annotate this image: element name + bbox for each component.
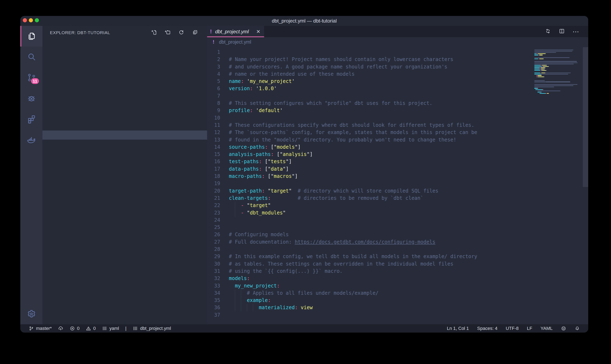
status-spaces-4[interactable]: Spaces: 4 <box>477 326 498 331</box>
code-line-10[interactable] <box>229 114 588 122</box>
code-line-26[interactable]: # Configuring models <box>229 231 588 238</box>
code-line-32[interactable]: models: <box>229 275 588 282</box>
code-line-34[interactable]: # Applies to all files under models/exam… <box>229 289 588 297</box>
folder-tests[interactable] <box>42 130 207 140</box>
file-my-second-dbt-model-sql[interactable] <box>42 112 207 121</box>
status-cloud-upload-icon[interactable] <box>58 326 63 331</box>
split-editor-icon[interactable] <box>559 28 565 35</box>
activity-debug-icon[interactable] <box>20 88 42 109</box>
code-line-11[interactable]: # These configurations specify where dbt… <box>229 122 588 129</box>
code-line-27[interactable]: # Full documentation: https://docs.getdb… <box>229 238 588 246</box>
file--gitkeep[interactable] <box>42 140 207 149</box>
folder-analysis[interactable] <box>42 39 207 49</box>
folder-models-example[interactable] <box>42 94 207 103</box>
file--gitkeep[interactable] <box>42 85 207 94</box>
minimize-window-button[interactable] <box>29 18 33 22</box>
more-actions-icon[interactable]: ⋯ <box>572 28 580 36</box>
yml-warning-icon: ! <box>210 28 212 35</box>
file-dbt-project-yml[interactable] <box>42 158 207 167</box>
refresh-icon[interactable] <box>178 29 184 36</box>
code-line-28[interactable] <box>229 246 588 253</box>
line-number: 2 <box>207 56 220 63</box>
code-line-14[interactable]: source-paths: ["models"] <box>229 143 588 151</box>
status-lf[interactable]: LF <box>527 326 532 331</box>
new-folder-icon[interactable] <box>165 29 171 36</box>
activity-bar: 11 <box>20 26 42 324</box>
code-line-25[interactable] <box>229 224 588 231</box>
code-line-22[interactable]: - "target" <box>229 202 588 209</box>
activity-search-icon[interactable] <box>20 47 42 67</box>
collapse-all-icon[interactable] <box>192 29 198 36</box>
line-number: 5 <box>207 78 220 85</box>
line-number: 7 <box>207 92 220 100</box>
line-number: 30 <box>207 260 220 268</box>
status-smiley-icon[interactable] <box>561 326 566 331</box>
code-line-36[interactable]: materialized: view <box>229 304 588 311</box>
line-number: 35 <box>207 297 220 304</box>
indent-guide <box>235 297 235 304</box>
line-number: 36 <box>207 304 220 311</box>
new-file-icon[interactable] <box>151 29 157 36</box>
status-ln-1-col-1[interactable]: Ln 1, Col 1 <box>447 326 469 331</box>
line-number: 10 <box>207 114 220 122</box>
code-line-8[interactable]: # This setting configures which "profile… <box>229 100 588 107</box>
code-line-20[interactable]: target-path: "target" # directory which … <box>229 187 588 195</box>
status-warning-icon[interactable]: 0 <box>86 326 96 331</box>
activity-source-control-icon[interactable]: 11 <box>20 67 42 88</box>
status-branch-icon[interactable]: master* <box>28 326 52 331</box>
code-line-21[interactable]: clean-targets: # directories to be remov… <box>229 195 588 202</box>
code-line-9[interactable]: profile: 'default' <box>229 107 588 114</box>
zoom-window-button[interactable] <box>35 18 39 22</box>
code-line-18[interactable]: macro-paths: ["macros"] <box>229 173 588 180</box>
line-number: 17 <box>207 166 220 173</box>
breadcrumb[interactable]: ! dbt_project.yml <box>207 37 588 47</box>
explorer-header: EXPLORER: DBT-TUTORIAL <box>42 26 207 39</box>
activity-gear-icon[interactable] <box>20 304 42 324</box>
code-line-24[interactable] <box>229 217 588 224</box>
code-line-12[interactable]: # The `source-paths` config, for example… <box>229 129 588 136</box>
tab-dbt-project-yml[interactable]: ! dbt_project.yml ✕ <box>207 26 264 37</box>
activity-docker-icon[interactable] <box>20 129 42 150</box>
line-number: 18 <box>207 173 220 180</box>
status-bar: master*00yaml|dbt_project.yml Ln 1, Col … <box>20 324 588 333</box>
file--gitignore[interactable] <box>42 149 207 158</box>
line-number: 6 <box>207 85 220 92</box>
line-number: 31 <box>207 268 220 275</box>
code-line-19[interactable] <box>229 180 588 187</box>
file--gitkeep[interactable] <box>42 67 207 76</box>
close-window-button[interactable] <box>23 18 27 22</box>
compare-icon[interactable] <box>545 28 551 35</box>
code-line-16[interactable]: test-paths: ["tests"] <box>229 158 588 165</box>
file-schema-yml[interactable] <box>42 121 207 130</box>
folder-macros[interactable] <box>42 76 207 85</box>
line-number: 20 <box>207 187 220 195</box>
line-number: 27 <box>207 238 220 246</box>
code-line-15[interactable]: analysis-paths: ["analysis"] <box>229 151 588 158</box>
activity-files-icon[interactable] <box>20 26 42 47</box>
activity-extensions-icon[interactable] <box>20 109 42 129</box>
code-line-33[interactable]: my_new_project: <box>229 282 588 289</box>
status-utf-8[interactable]: UTF-8 <box>506 326 519 331</box>
scrollbar-thumb[interactable] <box>583 47 588 187</box>
code-line-23[interactable]: - "dbt_modules" <box>229 209 588 217</box>
code-line-29[interactable]: # In this example config, we tell dbt to… <box>229 253 588 260</box>
code-line-37[interactable] <box>229 312 588 319</box>
folder-data[interactable] <box>42 58 207 67</box>
file--gitkeep[interactable] <box>42 49 207 58</box>
tab-close-icon[interactable]: ✕ <box>255 29 261 35</box>
status-list-icon[interactable]: yaml <box>102 326 119 331</box>
status-error-icon[interactable]: 0 <box>69 326 80 331</box>
code-line-35[interactable]: example: <box>229 297 588 304</box>
code-line-13[interactable]: # found in the "models/" directory. You … <box>229 136 588 143</box>
line-number: 3 <box>207 63 220 71</box>
code-line-17[interactable]: data-paths: ["data"] <box>229 166 588 173</box>
file-readme-md[interactable] <box>42 167 207 176</box>
minimap[interactable] <box>534 48 583 95</box>
status-list-icon[interactable]: dbt_project.yml <box>133 326 171 331</box>
status-yaml[interactable]: YAML <box>541 326 553 331</box>
line-number: 33 <box>207 282 220 289</box>
code-line-31[interactable]: # using the `{{ config(...) }}` macro. <box>229 268 588 275</box>
file-my-first-dbt-model-sql[interactable] <box>42 103 207 112</box>
code-line-30[interactable]: # as tables. These settings can be overr… <box>229 260 588 268</box>
status-bell-icon[interactable] <box>575 326 580 331</box>
